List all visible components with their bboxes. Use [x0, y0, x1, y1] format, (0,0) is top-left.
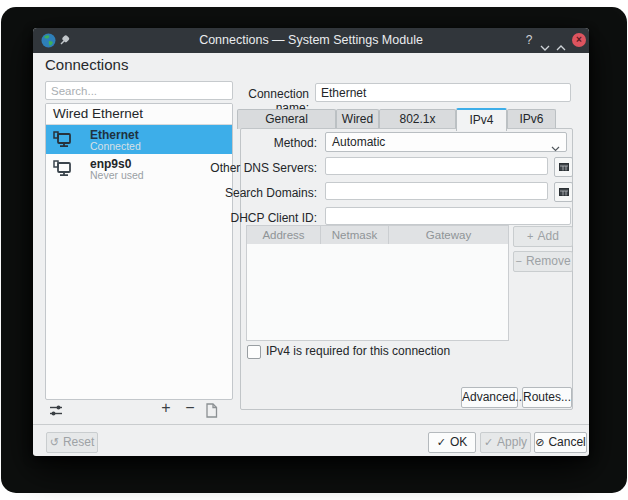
chevron-down-icon: [551, 139, 560, 157]
reset-button[interactable]: ↺Reset: [46, 432, 98, 453]
add-address-button[interactable]: +Add: [513, 226, 573, 247]
method-label: Method:: [183, 136, 317, 150]
tab-wired[interactable]: Wired: [336, 109, 379, 129]
tab-ipv6[interactable]: IPv6: [507, 109, 556, 129]
plus-icon: +: [527, 230, 533, 242]
address-table-body[interactable]: [247, 244, 508, 339]
wired-network-icon: [53, 159, 73, 180]
tab-ipv4[interactable]: IPv4: [456, 108, 507, 131]
advanced-button[interactable]: Advanced...: [461, 387, 518, 408]
tab-8021x-security[interactable]: 802.1x Security: [379, 109, 456, 129]
table-icon: [559, 163, 569, 171]
ipv4-required-checkbox[interactable]: [247, 345, 261, 359]
connection-status: Connected: [90, 140, 141, 152]
search-domains-label: Search Domains:: [183, 186, 317, 200]
dns-list-edit-button[interactable]: [554, 157, 573, 177]
maximize-icon[interactable]: [553, 35, 569, 47]
check-icon: ✓: [437, 436, 446, 448]
routes-button[interactable]: Routes...: [522, 387, 572, 408]
dhcp-client-id-input[interactable]: [325, 207, 571, 225]
method-value: Automatic: [332, 135, 385, 149]
apply-button[interactable]: ✓Apply: [480, 432, 531, 453]
method-dropdown[interactable]: Automatic: [325, 132, 567, 152]
dns-label: Other DNS Servers:: [183, 161, 317, 175]
list-group-header: Wired Ethernet: [46, 104, 232, 125]
tab-general-configuration[interactable]: General configuration: [237, 109, 336, 129]
cancel-icon: ⊘: [535, 436, 544, 448]
help-button[interactable]: ?: [521, 28, 537, 53]
configure-filters-icon[interactable]: [49, 404, 64, 420]
search-domains-input[interactable]: [325, 182, 548, 200]
wired-network-icon: [53, 130, 73, 151]
column-netmask: Netmask: [321, 226, 389, 244]
ok-button[interactable]: ✓OK: [428, 432, 476, 453]
remove-address-button[interactable]: −Remove: [513, 251, 573, 272]
column-address: Address: [247, 226, 321, 244]
page-title: Connections: [45, 56, 128, 73]
domains-list-edit-button[interactable]: [554, 182, 573, 202]
titlebar[interactable]: Connections — System Settings Module ? ×: [33, 28, 589, 53]
minus-icon: −: [515, 255, 521, 267]
cancel-button[interactable]: ⊘Cancel: [534, 432, 587, 453]
remove-connection-icon[interactable]: −: [181, 399, 199, 417]
undo-icon: ↺: [50, 436, 59, 448]
address-table[interactable]: Address Netmask Gateway: [246, 225, 509, 341]
minimize-icon[interactable]: [537, 35, 553, 47]
window-title: Connections — System Settings Module: [33, 28, 589, 53]
column-gateway: Gateway: [389, 226, 508, 244]
check-icon: ✓: [484, 436, 493, 448]
add-connection-icon[interactable]: +: [157, 399, 175, 417]
table-icon: [559, 188, 569, 196]
connection-status: Never used: [90, 169, 144, 181]
dhcp-client-id-label: DHCP Client ID:: [183, 211, 317, 225]
address-table-header: Address Netmask Gateway: [247, 226, 508, 244]
connection-name-input[interactable]: [315, 83, 571, 102]
close-button[interactable]: ×: [572, 33, 586, 47]
duplicate-connection-icon[interactable]: [205, 403, 218, 421]
search-input[interactable]: [45, 81, 233, 100]
dns-input[interactable]: [325, 157, 548, 175]
connections-window: Connections — System Settings Module ? ×…: [33, 28, 589, 455]
ipv4-required-label: IPv4 is required for this connection: [266, 344, 450, 358]
